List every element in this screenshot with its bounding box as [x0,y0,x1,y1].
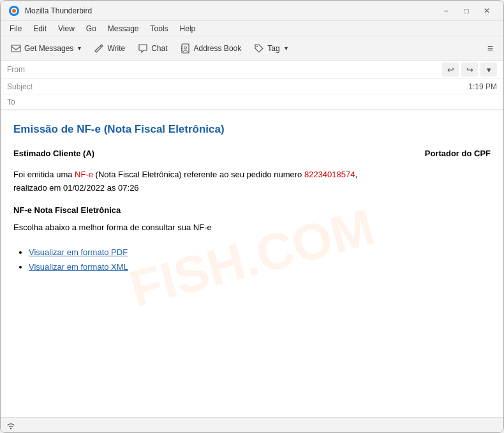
from-label: From [7,65,42,74]
close-button[interactable]: ✕ [478,4,496,17]
email-links: Visualizar em formato PDF Visualizar em … [13,247,491,272]
get-messages-icon [11,43,21,54]
app-icon [8,5,20,17]
tag-button[interactable]: Tag ▾ [249,41,292,56]
wifi-status [6,420,16,430]
menu-message[interactable]: Message [103,23,144,34]
toolbar: Get Messages ▾ Write Chat [1,36,503,61]
svg-point-10 [10,427,11,429]
subject-label: Subject [7,82,42,91]
minimize-button[interactable]: − [437,4,455,17]
from-row: From ↩ ↪ ▾ [1,61,503,79]
tag-label: Tag [267,44,279,53]
titlebar: Mozilla Thunderbird − □ ✕ [1,1,503,21]
chat-button[interactable]: Chat [133,41,172,56]
email-subject-heading: Emissão de NF-e (Nota Fiscal Eletrônica) [13,123,491,136]
get-messages-arrow[interactable]: ▾ [78,45,81,52]
consult-text: Escolha abaixo a melhor forma de consult… [13,223,491,232]
section-title: NF-e Nota Fiscal Eletrônica [13,205,491,215]
reply-button[interactable]: ↩ [442,62,459,77]
email-actions: ↩ ↪ ▾ [442,62,497,77]
body-after-nfe: (Nota Fiscal Eletrônica) referente ao se… [93,170,304,179]
email-header: From ↩ ↪ ▾ Subject 1:19 PM To [1,61,503,110]
address-book-label: Address Book [194,44,242,53]
write-button[interactable]: Write [89,41,130,56]
tag-arrow[interactable]: ▾ [285,45,288,52]
menu-tools[interactable]: Tools [145,23,174,34]
xml-link[interactable]: Visualizar em formato XML [29,262,128,272]
order-number: 82234018574 [304,170,355,179]
wifi-icon [6,420,16,430]
email-body-paragraph: Foi emitida uma NF-e (Nota Fiscal Eletrô… [13,168,491,195]
menu-view[interactable]: View [53,23,80,34]
maximize-button[interactable]: □ [457,4,475,17]
menubar: File Edit View Go Message Tools Help [1,21,503,36]
main-window: Mozilla Thunderbird − □ ✕ File Edit View… [0,0,504,433]
hamburger-menu-button[interactable]: ≡ [482,40,498,57]
menu-file[interactable]: File [4,23,27,34]
write-icon [94,43,104,54]
pdf-link[interactable]: Visualizar em formato PDF [29,247,128,257]
forward-button[interactable]: ↪ [461,62,478,77]
body-before-nfe: Foi emitida uma [13,170,75,179]
statusbar [1,417,503,432]
svg-rect-8 [181,50,182,51]
svg-point-5 [184,47,186,49]
menu-go[interactable]: Go [81,23,101,34]
svg-rect-6 [181,46,182,47]
svg-rect-3 [11,45,20,52]
window-controls: − □ ✕ [437,4,496,17]
tag-icon [254,43,264,54]
get-messages-label: Get Messages [24,44,73,53]
svg-point-2 [12,9,16,13]
menu-help[interactable]: Help [175,23,201,34]
chat-label: Chat [151,44,167,53]
email-greeting: Estimado Cliente (A) [13,149,94,158]
email-body: FISH.COM Emissão de NF-e (Nota Fiscal El… [1,110,503,417]
chat-icon [138,43,148,54]
nfe-highlight: NF-e [75,170,93,179]
svg-point-9 [256,46,258,47]
cpf-label: Portador do CPF [425,149,491,158]
get-messages-button[interactable]: Get Messages ▾ [6,41,86,56]
email-content: Emissão de NF-e (Nota Fiscal Eletrônica)… [13,123,491,272]
address-book-button[interactable]: Address Book [175,41,247,56]
greeting-row: Estimado Cliente (A) Portador do CPF [13,149,491,158]
write-label: Write [107,44,125,53]
window-title: Mozilla Thunderbird [25,6,437,15]
svg-rect-7 [181,48,182,49]
to-label: To [7,98,42,106]
to-row: To [1,94,503,110]
menu-edit[interactable]: Edit [28,23,52,34]
xml-link-item: Visualizar em formato XML [29,262,491,272]
subject-row: Subject 1:19 PM [1,79,503,94]
email-time: 1:19 PM [468,82,497,91]
pdf-link-item: Visualizar em formato PDF [29,247,491,257]
address-book-icon [181,43,191,54]
more-actions-button[interactable]: ▾ [480,62,497,77]
